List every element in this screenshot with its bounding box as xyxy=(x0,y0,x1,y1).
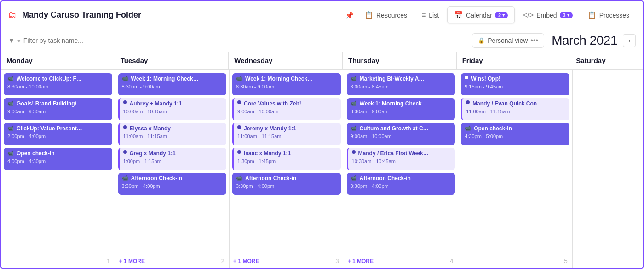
personal-view-dots[interactable]: ••• xyxy=(530,36,538,45)
event-card[interactable]: 📹 Week 1: Morning Check… 8:30am - 9:00am xyxy=(347,98,455,120)
embed-icon: </> xyxy=(523,11,534,19)
tab-list[interactable]: ≡ List xyxy=(415,7,445,23)
event-time: 4:30pm - 5:00pm xyxy=(465,134,566,139)
day-header-saturday: Saturday xyxy=(570,52,643,69)
event-title: ClickUp: Value Present… xyxy=(17,125,82,133)
event-card[interactable]: 📹 Goals! Brand Building/… 9:00am - 9:30a… xyxy=(4,98,112,120)
day-header-wednesday: Wednesday xyxy=(229,52,343,69)
dot-icon xyxy=(237,125,241,129)
dot-icon xyxy=(352,150,356,154)
calendar-badge[interactable]: 2 ▾ xyxy=(495,12,508,18)
cam-icon: 📹 xyxy=(7,100,14,106)
cam-icon: 📹 xyxy=(351,125,357,131)
event-title: Welcome to ClickUp: F… xyxy=(17,76,82,83)
pin-icon: 📌 xyxy=(345,12,353,19)
event-card[interactable]: 📹 ClickUp: Value Present… 2:00pm - 4:00p… xyxy=(4,123,112,145)
event-card[interactable]: Isaac x Mandy 1:1 1:30pm - 1:45pm xyxy=(232,148,341,170)
event-card[interactable]: 📹 Open check-in 4:00pm - 4:30pm xyxy=(4,148,112,170)
tab-calendar-label: Calendar xyxy=(466,12,492,19)
tab-calendar[interactable]: 📅 Calendar 2 ▾ xyxy=(447,6,515,23)
event-title: Aubrey + Mandy 1:1 xyxy=(130,100,182,108)
filter-input[interactable] xyxy=(23,37,104,44)
event-title: Culture and Growth at C… xyxy=(360,125,429,133)
folder-icon: 🗂 xyxy=(8,10,17,20)
app-container: 🗂 Mandy Caruso Training Folder 📌 📋 Resou… xyxy=(0,0,644,269)
nav-tabs: 📋 Resources ≡ List 📅 Calendar 2 ▾ </> Em… xyxy=(358,6,636,23)
toolbar: ▼ ▾ 🔒 Personal view ••• March 2021 ‹ xyxy=(1,29,643,52)
event-time: 8:30am - 9:00am xyxy=(236,84,337,89)
dot-icon xyxy=(123,150,127,154)
event-card[interactable]: Jeremy x Mandy 1:1 11:00am - 11:15am xyxy=(232,123,341,145)
personal-view-label: Personal view xyxy=(488,37,528,44)
event-title: Jeremy x Mandy 1:1 xyxy=(244,125,296,133)
day-number: 2 xyxy=(221,257,224,264)
event-time: 10:00am - 10:15am xyxy=(123,109,223,114)
list-icon: ≡ xyxy=(422,11,426,19)
day-col-thursday: 📹 Marketing Bi-Weekly A… 8:00am - 8:45am… xyxy=(344,70,459,268)
dot-icon xyxy=(123,125,127,129)
cam-icon: 📹 xyxy=(351,100,357,106)
event-title: Week 1: Morning Check… xyxy=(245,76,313,83)
nav-prev-arrow[interactable]: ‹ xyxy=(623,34,636,47)
event-card[interactable]: 📹 Open check-in 4:30pm - 5:00pm xyxy=(461,123,569,145)
day-number: 4 xyxy=(450,257,453,264)
event-card[interactable]: Mandy / Erica First Week… 10:30am - 10:4… xyxy=(347,148,455,170)
personal-view[interactable]: 🔒 Personal view ••• xyxy=(472,33,544,48)
event-time: 11:00am - 11:15am xyxy=(123,134,223,139)
event-card[interactable]: Wins! Opp! 9:15am - 9:45am xyxy=(461,73,569,95)
filter-chevron: ▾ xyxy=(17,37,21,44)
calendar: Monday Tuesday Wednesday Thursday Friday… xyxy=(1,52,643,268)
day-col-wednesday: 📹 Week 1: Morning Check… 8:30am - 9:00am… xyxy=(230,70,344,268)
event-card[interactable]: 📹 Afternoon Check-in 3:30pm - 4:00pm xyxy=(118,173,227,195)
event-card[interactable]: Aubrey + Mandy 1:1 10:00am - 10:15am xyxy=(118,98,227,120)
event-time: 2:00pm - 4:00pm xyxy=(7,134,109,139)
event-title: Afternoon Check-in xyxy=(131,175,182,182)
more-link-thursday[interactable]: + 1 MORE xyxy=(348,258,374,264)
event-time: 9:00am - 9:30am xyxy=(7,109,109,114)
event-card[interactable]: 📹 Week 1: Morning Check… 8:30am - 9:00am xyxy=(232,73,341,95)
event-card[interactable]: 📹 Afternoon Check-in 3:30pm - 4:00pm xyxy=(347,173,455,195)
event-title: Afternoon Check-in xyxy=(360,175,411,182)
event-title: Week 1: Morning Check… xyxy=(131,76,199,83)
tab-embed[interactable]: </> Embed 3 ▾ xyxy=(517,7,579,23)
tab-processes[interactable]: 📋 Processes xyxy=(581,7,636,23)
calendar-icon: 📅 xyxy=(454,11,463,19)
event-title: Week 1: Morning Check… xyxy=(360,100,427,108)
dot-icon xyxy=(237,150,241,154)
day-col-friday: Wins! Opp! 9:15am - 9:45am Mandy / Evan … xyxy=(458,70,573,268)
embed-badge[interactable]: 3 ▾ xyxy=(560,12,573,18)
filter-icon: ▼ xyxy=(8,37,15,44)
event-card[interactable]: 📹 Marketing Bi-Weekly A… 8:00am - 8:45am xyxy=(347,73,455,95)
event-card[interactable]: Mandy / Evan Quick Con… 11:00am - 11:15a… xyxy=(461,98,569,120)
header: 🗂 Mandy Caruso Training Folder 📌 📋 Resou… xyxy=(1,1,643,29)
day-number: 1 xyxy=(107,257,110,264)
event-card[interactable]: Core Values with Zeb! 9:00am - 10:00am xyxy=(232,98,341,120)
event-time: 8:30am - 10:00am xyxy=(7,84,109,89)
more-link-tuesday[interactable]: + 1 MORE xyxy=(119,258,145,264)
event-title: Open check-in xyxy=(17,150,55,158)
event-title: Goals! Brand Building/… xyxy=(17,100,82,108)
event-card[interactable]: Elyssa x Mandy 11:00am - 11:15am xyxy=(118,123,227,145)
event-card[interactable]: Greg x Mandy 1:1 1:00pm - 1:15pm xyxy=(118,148,227,170)
event-card[interactable]: 📹 Welcome to ClickUp: F… 8:30am - 10:00a… xyxy=(4,73,112,95)
event-title: Mandy / Evan Quick Con… xyxy=(472,100,542,108)
more-link-wednesday[interactable]: + 1 MORE xyxy=(233,258,259,264)
event-time: 9:00am - 10:00am xyxy=(237,109,337,114)
event-card[interactable]: 📹 Week 1: Morning Check… 8:30am - 9:00am xyxy=(118,73,227,95)
tab-resources[interactable]: 📋 Resources xyxy=(358,7,414,23)
event-card[interactable]: 📹 Afternoon Check-in 3:30pm - 4:00pm xyxy=(232,173,341,195)
day-col-tuesday: 📹 Week 1: Morning Check… 8:30am - 9:00am… xyxy=(115,70,230,268)
tab-embed-label: Embed xyxy=(536,12,557,19)
cam-icon: 📹 xyxy=(236,76,242,82)
folder-title: Mandy Caruso Training Folder xyxy=(22,10,141,20)
event-title: Isaac x Mandy 1:1 xyxy=(244,150,291,158)
event-time: 8:30am - 9:00am xyxy=(122,84,223,89)
event-time: 9:00am - 10:00am xyxy=(351,134,452,139)
cam-icon: 📹 xyxy=(7,150,14,156)
event-title: Afternoon Check-in xyxy=(245,175,296,182)
event-card[interactable]: 📹 Culture and Growth at C… 9:00am - 10:0… xyxy=(347,123,455,145)
event-time: 3:30pm - 4:00pm xyxy=(122,183,223,189)
day-col-saturday xyxy=(573,70,643,268)
tab-resources-label: Resources xyxy=(376,12,407,19)
day-col-monday: 📹 Welcome to ClickUp: F… 8:30am - 10:00a… xyxy=(1,70,115,268)
